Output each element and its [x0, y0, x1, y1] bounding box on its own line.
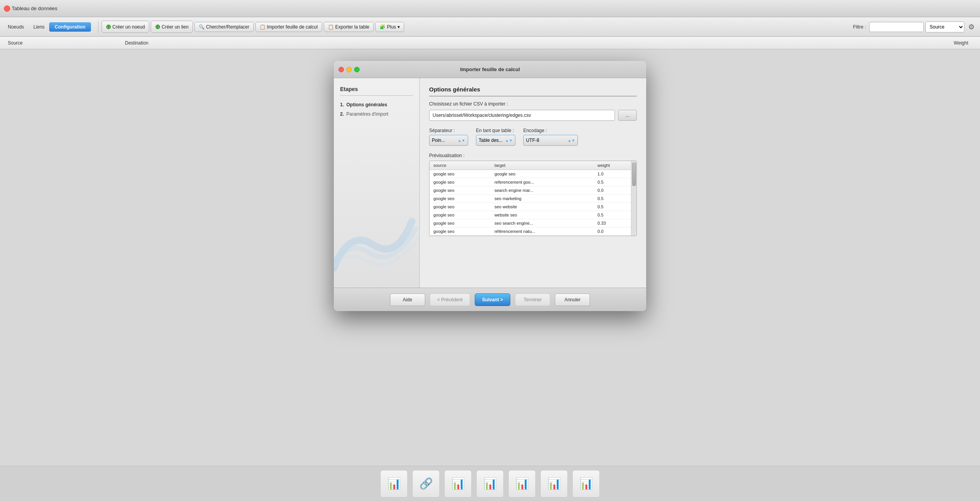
- preview-cell-weight: 0.5: [593, 211, 636, 219]
- preview-cell-target: référencement natu...: [490, 227, 593, 236]
- encoding-select[interactable]: UTF-8 ▲▼: [523, 135, 578, 146]
- creer-lien-button[interactable]: ⊕ Créer un lien: [151, 21, 193, 33]
- table-row: google seowebsite seo0.5: [429, 211, 636, 219]
- preview-table: source target weight google seogoogle se…: [429, 161, 636, 236]
- file-row: Users/abrisset/Workspace/clustering/edge…: [429, 110, 637, 121]
- annuler-button[interactable]: Annuler: [555, 293, 590, 306]
- table-row: google seoseo search engine...0.33: [429, 219, 636, 227]
- dialog-title: Importer feuille de calcul: [460, 66, 520, 72]
- browse-button[interactable]: ...: [618, 110, 637, 121]
- preview-cell-source: google seo: [429, 170, 490, 178]
- preview-col-target: target: [490, 161, 593, 170]
- bottom-icon-5[interactable]: 📊: [540, 470, 568, 497]
- encoding-label: Encodage :: [523, 128, 578, 133]
- table-type-arrow-icon: ▲▼: [505, 138, 513, 143]
- separator-select[interactable]: Poin... ▲▼: [429, 135, 468, 146]
- preview-cell-weight: 0.5: [593, 178, 636, 186]
- plus-icon-noeud: ⊕: [106, 23, 111, 30]
- preview-cell-weight: 0.5: [593, 195, 636, 203]
- dialog-maximize-button[interactable]: [354, 67, 360, 72]
- sidebar-decoration: [334, 198, 420, 276]
- bottom-icon-4[interactable]: 📊: [508, 470, 536, 497]
- bottom-icon-6[interactable]: 📊: [572, 470, 600, 497]
- preview-cell-source: google seo: [429, 195, 490, 203]
- table-type-group: En tant que table : Table des... ▲▼: [476, 128, 515, 146]
- preview-cell-target: referencement goo...: [490, 178, 593, 186]
- preview-cell-target: google seo: [490, 170, 593, 178]
- preview-cell-weight: 0.5: [593, 203, 636, 211]
- suivant-button[interactable]: Suivant >: [475, 293, 511, 306]
- filter-label: Filtre :: [853, 24, 866, 30]
- exporter-button[interactable]: 📋 Exporter la table: [324, 22, 374, 32]
- tab-liens[interactable]: Liens: [29, 23, 49, 31]
- bottom-icon-1[interactable]: 🔗: [412, 470, 440, 497]
- table-type-label: En tant que table :: [476, 128, 515, 133]
- separator-arrow-icon: ▲▼: [458, 138, 465, 143]
- preview-cell-target: search engine mar...: [490, 186, 593, 195]
- table-row: google seoréférencement natu...0.0: [429, 227, 636, 236]
- bottom-bar: 📊 🔗 📊 📊 📊 📊 📊: [0, 466, 980, 501]
- file-label: Choisissez un fichier CSV à importer :: [429, 101, 637, 107]
- chercher-button[interactable]: 🔍 Chercher/Remplacer: [194, 22, 254, 32]
- scrollbar-thumb[interactable]: [632, 163, 636, 186]
- bottom-icon-3[interactable]: 📊: [476, 470, 504, 497]
- preview-cell-weight: 1.0: [593, 170, 636, 178]
- options-row: Séparateur : Poin... ▲▼ En tant que tabl…: [429, 128, 637, 146]
- plus-button[interactable]: 🧩 Plus ▾: [375, 22, 404, 32]
- dialog-body: Etapes 1. Options générales 2. Paramètre…: [334, 78, 646, 288]
- step-num-2: 2.: [340, 111, 344, 117]
- dialog-minimize-button[interactable]: [346, 67, 352, 72]
- separator-group: Séparateur : Poin... ▲▼: [429, 128, 468, 146]
- step-label-1: Options générales: [346, 102, 387, 107]
- table-type-value: Table des...: [479, 138, 502, 143]
- table-header: Source Destination Weight: [0, 37, 980, 49]
- preview-cell-weight: 0.0: [593, 186, 636, 195]
- preview-cell-target: website seo: [490, 211, 593, 219]
- preview-cell-target: seo marketing: [490, 195, 593, 203]
- section-title: Options générales: [429, 86, 637, 97]
- dialog-close-button[interactable]: [339, 67, 344, 72]
- import-icon: 📋: [260, 24, 265, 30]
- preview-cell-target: seo search engine...: [490, 219, 593, 227]
- table-row: google seosearch engine mar...0.0: [429, 186, 636, 195]
- table-row: google seoreferencement goo...0.5: [429, 178, 636, 186]
- tab-configuration[interactable]: Configuration: [49, 22, 91, 32]
- col-source-header: Source: [4, 40, 121, 46]
- file-path-display: Users/abrisset/Workspace/clustering/edge…: [429, 110, 615, 121]
- preview-cell-source: google seo: [429, 203, 490, 211]
- preview-cell-source: google seo: [429, 227, 490, 236]
- separator-1: [98, 21, 98, 33]
- preview-cell-source: google seo: [429, 219, 490, 227]
- bottom-icon-2[interactable]: 📊: [444, 470, 472, 497]
- table-row: google seoseo marketing0.5: [429, 195, 636, 203]
- filter-input[interactable]: [869, 22, 924, 32]
- precedent-button[interactable]: < Précédent: [430, 293, 470, 306]
- creer-noeud-button[interactable]: ⊕ Créer un noeud: [102, 21, 149, 33]
- step-num-1: 1.: [340, 102, 344, 107]
- table-row: google seogoogle seo1.0: [429, 170, 636, 178]
- bottom-icon-0[interactable]: 📊: [380, 470, 408, 497]
- close-button[interactable]: [4, 5, 10, 12]
- traffic-lights: [339, 67, 360, 72]
- preview-cell-weight: 0.0: [593, 227, 636, 236]
- table-type-select[interactable]: Table des... ▲▼: [476, 135, 515, 146]
- preview-table-wrap: source target weight google seogoogle se…: [429, 161, 637, 236]
- aide-button[interactable]: Aide: [390, 293, 425, 306]
- preview-cell-weight: 0.33: [593, 219, 636, 227]
- preview-header-row: source target weight: [429, 161, 636, 170]
- tab-noeuds[interactable]: Noeuds: [3, 23, 29, 31]
- plus-green-icon: 🧩: [380, 24, 385, 30]
- preview-cell-source: google seo: [429, 178, 490, 186]
- step-item-1: 1. Options générales: [340, 102, 413, 107]
- step-item-2: 2. Paramètres d'import: [340, 111, 413, 117]
- importer-button[interactable]: 📋 Importer feuille de calcul: [255, 22, 322, 32]
- source-select[interactable]: Source: [925, 21, 964, 32]
- plus-icon-lien: ⊕: [155, 23, 160, 30]
- preview-scrollbar[interactable]: [631, 161, 636, 236]
- dialog-footer: Aide < Précédent Suivant > Terminer Annu…: [334, 288, 646, 311]
- dialog-content: Options générales Choisissez un fichier …: [420, 78, 646, 288]
- tab-group: Noeuds Liens Configuration: [3, 22, 91, 32]
- title-bar: Tableau de données: [0, 0, 980, 17]
- terminer-button[interactable]: Terminer: [515, 293, 550, 306]
- settings-icon[interactable]: ⚙: [966, 21, 977, 32]
